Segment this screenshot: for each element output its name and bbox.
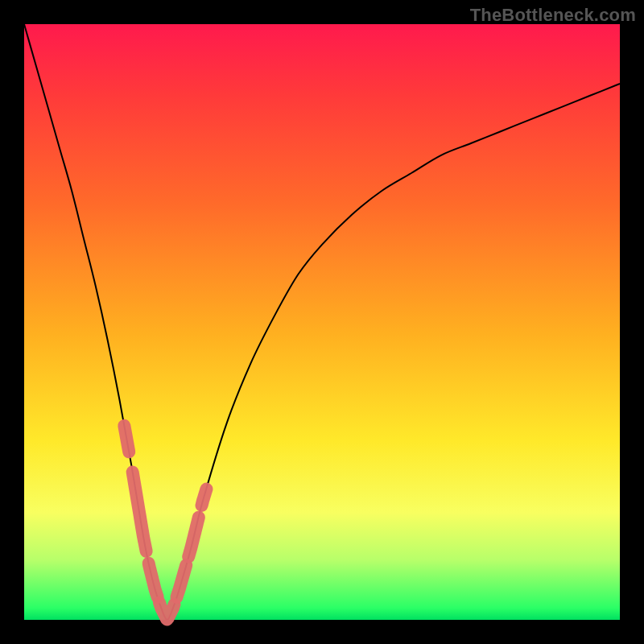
highlight-segment-1 bbox=[133, 472, 147, 551]
highlight-segment-3 bbox=[159, 603, 175, 620]
highlight-layer bbox=[124, 426, 206, 620]
highlight-segment-6 bbox=[202, 489, 207, 506]
highlight-segment-0 bbox=[124, 426, 129, 452]
curve-layer bbox=[24, 24, 620, 620]
watermark-text: TheBottleneck.com bbox=[470, 5, 636, 26]
highlight-segment-2 bbox=[149, 564, 158, 597]
bottleneck-curve bbox=[24, 24, 620, 620]
highlight-segment-5 bbox=[188, 518, 199, 557]
highlight-segment-4 bbox=[176, 565, 186, 597]
chart-svg bbox=[24, 24, 620, 620]
chart-frame: TheBottleneck.com bbox=[0, 0, 644, 644]
plot-area bbox=[24, 24, 620, 620]
